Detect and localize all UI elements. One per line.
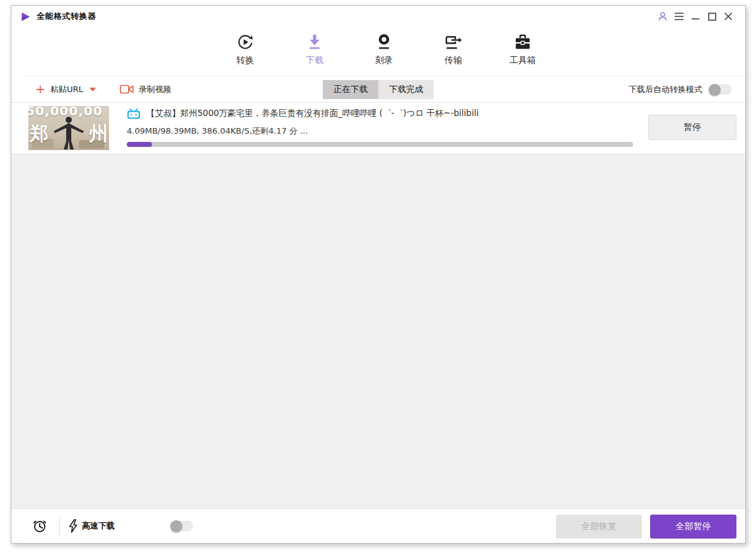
hamburger-icon (674, 12, 684, 21)
high-speed-toggle[interactable] (170, 521, 193, 531)
account-button[interactable] (654, 9, 671, 24)
tab-burn-label: 刻录 (375, 55, 393, 66)
toggle-knob (709, 84, 721, 96)
tab-downloading[interactable]: 正在下载 (323, 80, 378, 99)
burn-icon (376, 32, 392, 51)
transfer-icon (445, 32, 462, 51)
schedule-button[interactable] (29, 518, 50, 534)
maximize-icon (708, 13, 716, 21)
progress-bar (127, 142, 633, 147)
progress-fill (127, 142, 152, 147)
download-title-line: 【艾叔】郑州5000万豪宅里，养条巨贵有没有排面_哔哩哔哩 (゜-゜)つロ 干杯… (127, 108, 506, 119)
tab-download[interactable]: 下载 (294, 32, 335, 76)
tab-toolbox[interactable]: 工具箱 (503, 32, 543, 76)
lightning-icon (69, 519, 78, 533)
toggle-knob (170, 520, 182, 532)
convert-icon (236, 32, 254, 51)
footer-right: 全部恢复 全部暂停 (556, 509, 736, 544)
alarm-clock-icon (32, 518, 47, 534)
tab-toolbox-label: 工具箱 (509, 55, 536, 66)
toolbar: + 粘贴URL 录制视频 正在下载 下载完成 下载后自动转换模式 (11, 76, 745, 103)
tab-convert[interactable]: 转换 (225, 32, 265, 76)
toolbar-left: + 粘贴URL 录制视频 (11, 83, 172, 95)
download-title: 【艾叔】郑州5000万豪宅里，养条巨贵有没有排面_哔哩哔哩 (゜-゜)つロ 干杯… (146, 108, 479, 119)
minimize-icon (691, 12, 700, 21)
high-speed-label: 高速下载 (82, 520, 115, 532)
auto-convert-toggle[interactable] (709, 85, 731, 95)
plus-icon: + (35, 83, 45, 95)
footer-left: 高速下载 (11, 516, 193, 535)
tab-download-complete[interactable]: 下载完成 (378, 80, 434, 99)
tab-transfer-label: 传输 (445, 55, 462, 66)
record-video-label: 录制视频 (139, 84, 172, 95)
tab-download-label: 下载 (306, 55, 323, 66)
user-icon (658, 11, 668, 21)
record-video-button[interactable]: 录制视频 (120, 84, 172, 95)
bilibili-icon (127, 108, 141, 119)
thumbnail-overlay-right: 州 (89, 121, 108, 147)
menu-button[interactable] (671, 9, 687, 24)
toolbox-icon (514, 32, 532, 51)
footer-bar: 高速下载 全部恢复 全部暂停 (11, 508, 745, 543)
high-speed-group: 高速下载 (69, 519, 115, 533)
tab-burn[interactable]: 刻录 (364, 32, 404, 76)
video-thumbnail: 50,000,00 郑 州 (28, 106, 109, 150)
paste-url-button[interactable]: + 粘贴URL (35, 83, 96, 95)
download-icon (306, 32, 323, 51)
close-icon (724, 12, 733, 21)
minimize-button[interactable] (687, 9, 704, 24)
camera-icon (120, 85, 134, 94)
thumbnail-overlay-left: 郑 (30, 121, 49, 147)
resume-all-button[interactable]: 全部恢复 (556, 515, 642, 539)
download-stats: 4.09MB/98.39MB, 386.04KB/S,还剩4.17 分 ... (127, 125, 506, 137)
app-title: 全能格式转换器 (37, 11, 96, 22)
app-window: 全能格式转换器 (11, 5, 746, 544)
main-nav: 转换 下载 刻录 (23, 27, 745, 76)
title-bar: 全能格式转换器 (11, 6, 745, 27)
close-button[interactable] (720, 9, 736, 24)
toolbar-right: 下载后自动转换模式 (629, 76, 731, 103)
tab-convert-label: 转换 (236, 55, 254, 66)
tab-transfer[interactable]: 传输 (433, 32, 474, 76)
footer-divider (59, 516, 60, 535)
download-info: 【艾叔】郑州5000万豪宅里，养条巨贵有没有排面_哔哩哔哩 (゜-゜)つロ 干杯… (127, 108, 506, 137)
pause-button[interactable]: 暂停 (648, 115, 736, 140)
pause-all-button[interactable]: 全部暂停 (650, 515, 736, 539)
download-row: 50,000,00 郑 州 【艾叔】郑州5000万豪宅里，养条巨贵有没有排面_哔… (11, 103, 745, 155)
app-logo-icon (20, 11, 31, 22)
paste-url-label: 粘贴URL (50, 84, 83, 95)
chevron-down-icon (90, 88, 96, 91)
download-list-area (11, 155, 745, 508)
maximize-button[interactable] (704, 9, 720, 24)
download-state-tabs: 正在下载 下载完成 (323, 80, 434, 99)
auto-convert-label: 下载后自动转换模式 (629, 84, 702, 95)
thumbnail-overlay-text: 50,000,00 (28, 106, 109, 119)
